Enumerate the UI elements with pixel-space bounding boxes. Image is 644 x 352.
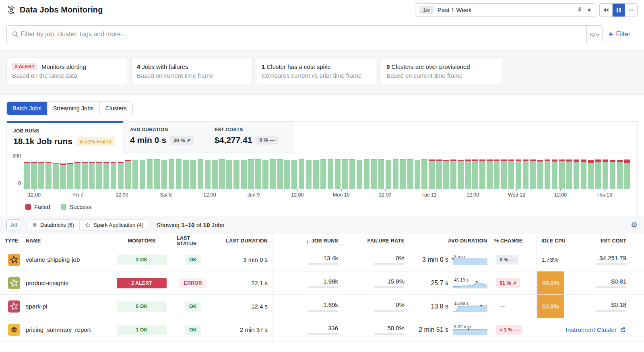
- legend-item-failed[interactable]: Failed: [25, 204, 50, 210]
- job-table-row[interactable]: product-insights 2 ALERT ERROR 22.1 s 1.…: [0, 271, 644, 295]
- col-header-last-duration[interactable]: LAST DURATION: [214, 238, 272, 244]
- jobs-with-failures-card[interactable]: 4 Jobs with failures Based on current ti…: [131, 58, 253, 84]
- idle-cpu-cell: 1.73%: [536, 248, 576, 271]
- chart-bar: [161, 158, 167, 189]
- idle-cpu-value: 1.73%: [537, 256, 559, 263]
- col-header-job-runs[interactable]: ↓ JOB RUNS: [272, 234, 343, 248]
- x-axis-tick-label: 12:00: [28, 192, 41, 198]
- avg-duration-value: 25.7 s: [431, 280, 448, 287]
- col-header-pct-change[interactable]: % CHANGE: [492, 238, 536, 244]
- monitors-alerting-card[interactable]: 2 ALERT Monitors alerting Based on the l…: [6, 58, 128, 84]
- tab-clusters[interactable]: Clusters: [99, 102, 132, 115]
- tab-batch-jobs[interactable]: Batch Jobs: [7, 102, 47, 115]
- chart-bar: [516, 158, 521, 189]
- add-filter-button[interactable]: + Filter: [609, 30, 638, 38]
- chart-bar: [349, 158, 355, 189]
- x-axis-tick-label: Thu 13: [597, 192, 612, 198]
- col-header-est-cost[interactable]: EST COST: [576, 238, 631, 244]
- chart-x-axis: 12:00Fri 712:00Sat 812:00Jun 912:00Mon 1…: [23, 189, 637, 200]
- job-runs-value: 13.4k: [323, 255, 338, 261]
- est-cost-cell: $0.18: [576, 295, 631, 318]
- job-type-cell: [0, 254, 21, 266]
- col-header-avg-duration[interactable]: AVG DURATION: [409, 238, 492, 244]
- over-provisioned-card[interactable]: 9 Clusters are over provisioned Based on…: [381, 58, 502, 84]
- filter-pill-all[interactable]: All: [6, 219, 21, 230]
- job-table-row[interactable]: volume-shipping-job 3 OK OK 3 min 0 s 13…: [0, 248, 644, 271]
- monitors-badge[interactable]: 5 OK: [117, 301, 167, 312]
- filter-pill-spark[interactable]: Spark Application (4): [79, 220, 149, 230]
- time-backward-button[interactable]: [600, 4, 612, 17]
- pct-change-badge: —: [496, 302, 509, 311]
- col-header-type[interactable]: TYPE: [0, 238, 21, 244]
- card-title: Cluster has a cost spike: [267, 63, 331, 70]
- avg-duration-value: 2 min 51 s: [419, 326, 448, 333]
- instrument-cluster-link[interactable]: Instrument Cluster: [566, 326, 625, 333]
- job-type-cell: [0, 277, 21, 289]
- legend-item-success[interactable]: Success: [61, 204, 92, 210]
- col-header-last-status[interactable]: LAST STATUS: [172, 235, 214, 246]
- jobs-table-header: TYPE NAME MONITORS LAST STATUS LAST DURA…: [0, 234, 644, 248]
- x-axis-tick-label: 12:00: [116, 192, 128, 198]
- job-runs-chart[interactable]: [23, 159, 631, 189]
- monitors-badge[interactable]: 1 OK: [117, 325, 167, 335]
- pct-change-cell: —: [492, 302, 536, 311]
- job-type-cell: [0, 300, 21, 313]
- chart-bar: [429, 158, 434, 189]
- failure-rate-cell: 15.8%: [343, 278, 409, 288]
- card-title: Monitors alerting: [41, 63, 86, 70]
- x-axis-tick-label: Fri 7: [73, 192, 83, 198]
- col-header-name[interactable]: NAME: [21, 238, 111, 244]
- databricks-icon: [32, 222, 37, 228]
- pin-icon[interactable]: [577, 7, 583, 13]
- chart-bar: [38, 158, 44, 189]
- chart-bar: [537, 158, 543, 189]
- chart-bar: [262, 158, 268, 189]
- pause-button[interactable]: [612, 4, 625, 17]
- card-subtitle: Based on the latest data: [12, 72, 122, 79]
- chart-bar: [270, 158, 275, 189]
- chart-bar: [559, 158, 565, 189]
- chart-y-axis: 0200: [7, 159, 23, 189]
- top-bar: Data Jobs Monitoring 1w Past 1 Week ▾: [0, 0, 644, 20]
- metric-card-est-costs[interactable]: EST COSTS $4,277.41 0 % —: [208, 122, 292, 153]
- chart-bar: [545, 158, 550, 189]
- idle-cpu-highlight: 88.8%: [537, 271, 564, 294]
- card-count: 9: [386, 63, 390, 70]
- cost-spike-card[interactable]: 1 Cluster has a cost spike Compares curr…: [256, 58, 378, 84]
- tab-streaming-jobs[interactable]: Streaming Jobs: [47, 102, 99, 115]
- chart-bar: [487, 158, 492, 189]
- monitors-badge[interactable]: 3 OK: [117, 255, 167, 265]
- x-axis-tick-label: Sat 8: [160, 192, 171, 198]
- table-settings-gear-icon[interactable]: ⚙: [631, 221, 638, 229]
- failure-rate-cell: 0%: [343, 301, 409, 312]
- chart-bar: [125, 158, 131, 189]
- col-header-failure-rate[interactable]: FAILURE RATE: [343, 238, 409, 244]
- legend-label: Success: [70, 204, 92, 210]
- col-header-idle-cpu[interactable]: IDLE CPU: [536, 234, 576, 248]
- monitors-cell: 2 ALERT: [111, 278, 172, 288]
- metric-card-job-runs[interactable]: JOB RUNS 18.1k Job runs 4.52% Failed: [7, 121, 123, 153]
- status-badge: OK: [185, 302, 201, 311]
- page-title: Data Jobs Monitoring: [20, 5, 103, 14]
- chart-bar: [342, 158, 348, 189]
- chevron-down-icon[interactable]: ▾: [588, 6, 591, 14]
- search-icon: [7, 26, 21, 43]
- job-table-row[interactable]: pricing_summary_report 1 OK OK 2 min 37 …: [0, 318, 644, 342]
- time-range-picker[interactable]: 1w Past 1 Week ▾: [415, 3, 595, 17]
- monitors-badge[interactable]: 2 ALERT: [117, 278, 167, 288]
- time-forward-button[interactable]: [625, 4, 637, 17]
- job-runs-value: 336: [328, 325, 338, 331]
- code-view-toggle[interactable]: </>: [586, 26, 603, 43]
- job-runs-value: 1.98k: [323, 278, 338, 285]
- filter-pill-databricks[interactable]: Databricks (6): [27, 220, 79, 230]
- est-cost-value: $0.81: [611, 278, 626, 285]
- job-table-row[interactable]: spark-pi 5 OK OK 12.4 s 1.69k 0% 13.8 s …: [0, 295, 644, 318]
- search-input[interactable]: [21, 26, 586, 43]
- pct-change-cell: 51 % ↗: [492, 278, 536, 288]
- avg-duration-cell: 2 min 51 s 3:02 min: [409, 318, 492, 341]
- chart-bar: [306, 158, 312, 189]
- batch-jobs-panel: JOB RUNS 18.1k Job runs 4.52% Failed AVG…: [6, 121, 638, 216]
- col-header-monitors[interactable]: MONITORS: [111, 238, 172, 244]
- card-title: Jobs with failures: [142, 63, 188, 70]
- metric-card-avg-duration[interactable]: AVG DURATION 4 min 0 s 30 % ↗: [123, 122, 208, 153]
